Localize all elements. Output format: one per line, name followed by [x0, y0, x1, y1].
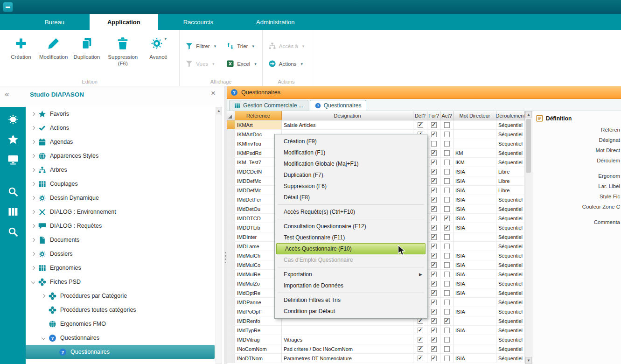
- checkbox-act[interactable]: [444, 178, 450, 184]
- chevron-right-icon[interactable]: [40, 294, 47, 297]
- chevron-right-icon[interactable]: [29, 112, 37, 115]
- checkbox-for[interactable]: ✓: [431, 328, 437, 333]
- column-header-reference[interactable]: Référence: [235, 111, 282, 120]
- checkbox-for[interactable]: ✓: [431, 206, 437, 212]
- ribbon-tab-administration[interactable]: Administration: [238, 14, 312, 30]
- table-row[interactable]: INoComNomPsd critere / Doc INoComNom✓✓Sé…: [227, 344, 525, 354]
- star-icon[interactable]: [7, 133, 19, 146]
- checkbox-for[interactable]: ✓: [431, 216, 437, 221]
- monitor-icon[interactable]: [7, 154, 19, 166]
- checkbox-def[interactable]: ✓: [418, 356, 423, 361]
- checkbox-act[interactable]: [444, 262, 450, 268]
- checkbox-for[interactable]: ✓: [431, 309, 437, 315]
- tree-item-dialog-requetes[interactable]: DIALOG : Requêtes: [26, 219, 215, 233]
- column-header-designation[interactable]: Désignation: [282, 111, 413, 120]
- checkbox-act[interactable]: [444, 122, 450, 128]
- checkbox-def[interactable]: ✓: [418, 346, 423, 352]
- collapse-icon[interactable]: «: [5, 90, 9, 99]
- column-header-mot-directeur[interactable]: Mot Directeur: [454, 111, 496, 120]
- checkbox-act[interactable]: ✓: [444, 318, 450, 324]
- menu-item-exportation[interactable]: Exportation▶: [275, 269, 426, 280]
- checkbox-for[interactable]: ✓: [431, 150, 437, 156]
- menu-item-modification-globale-maj-f1[interactable]: Modification Globale (Maj+F1): [275, 158, 426, 169]
- column-header-deroulement[interactable]: Déroulement: [496, 111, 525, 120]
- filtrer-button[interactable]: Filtrer▾: [185, 40, 216, 52]
- acces-a-button[interactable]: Accès à▾: [268, 40, 304, 52]
- checkbox-def[interactable]: ✓: [418, 122, 423, 128]
- checkbox-for[interactable]: ✓: [431, 244, 437, 249]
- modification-button[interactable]: Modification: [36, 34, 70, 62]
- chevron-right-icon[interactable]: [29, 224, 37, 227]
- checkbox-for[interactable]: ✓: [431, 253, 437, 259]
- table-row[interactable]: INoDTNomParametres DT Nomenclature✓✓ISIA…: [227, 354, 525, 363]
- checkbox-for[interactable]: ✓: [431, 169, 437, 175]
- chevron-down-icon[interactable]: [29, 280, 37, 283]
- checkbox-for[interactable]: ✓: [431, 300, 437, 305]
- checkbox-for[interactable]: ✓: [431, 272, 437, 277]
- checkbox-def[interactable]: ✓: [418, 328, 423, 333]
- checkbox-def[interactable]: ✓: [418, 337, 423, 343]
- vues-button[interactable]: Vues▾: [185, 58, 216, 70]
- ribbon-tab-application[interactable]: Application: [90, 14, 158, 30]
- checkbox-for[interactable]: ✓: [431, 178, 437, 184]
- menu-item-duplication-f7[interactable]: Duplication (F7): [275, 169, 426, 181]
- checkbox-act[interactable]: [444, 272, 450, 277]
- suppression-f6-button[interactable]: Suppression (F6): [103, 34, 143, 69]
- menu-item-test-questionnaire-f11[interactable]: Test Questionnaire (F11): [275, 232, 426, 243]
- checkbox-act[interactable]: [444, 309, 450, 315]
- checkbox-for[interactable]: ✓: [431, 188, 437, 193]
- menu-item-acces-requete-s-ctrl-f10[interactable]: Accès Requête(s) (Ctrl+F10): [275, 206, 426, 217]
- table-row[interactable]: IKMArtSaisie Articles✓✓Séquentiel: [227, 120, 525, 130]
- chevron-right-icon[interactable]: [29, 252, 37, 255]
- tree-item-ergonomies[interactable]: Ergonomies: [26, 261, 215, 275]
- menu-item-cas-d-emploi-questionnaire[interactable]: Cas d'Emploi Questionnaire: [275, 254, 426, 266]
- checkbox-act[interactable]: ✓: [444, 225, 450, 231]
- tree-item-dossiers[interactable]: Dossiers: [26, 247, 215, 261]
- checkbox-act[interactable]: [444, 356, 450, 361]
- menu-item-creation-f9[interactable]: Création (F9): [275, 136, 426, 147]
- checkbox-for[interactable]: ✓: [431, 122, 437, 128]
- chevron-right-icon[interactable]: [29, 238, 37, 241]
- checkbox-for[interactable]: ✓: [431, 197, 437, 203]
- tree-item-apparences-styles[interactable]: Apparences Styles: [26, 149, 215, 163]
- chevron-right-icon[interactable]: [29, 168, 37, 171]
- actions-button[interactable]: Actions▾: [268, 58, 304, 70]
- tree-scroll-up-icon[interactable]: ▲: [216, 107, 222, 114]
- tree-item-dessin-dynamique[interactable]: Dessin Dynamique: [26, 191, 215, 205]
- duplication-button[interactable]: Duplication: [70, 34, 103, 62]
- chevron-right-icon[interactable]: [29, 266, 37, 269]
- checkbox-act[interactable]: [444, 328, 450, 333]
- creation-button[interactable]: Création: [6, 34, 36, 62]
- checkbox-act[interactable]: ✓: [444, 216, 450, 221]
- checkbox-for[interactable]: ✓: [431, 234, 437, 240]
- chevron-right-icon[interactable]: [29, 154, 37, 157]
- avance-button[interactable]: ▾Avancé: [143, 34, 174, 62]
- gear-icon[interactable]: [7, 113, 19, 126]
- table-scrollbar[interactable]: ▲ ▼: [525, 111, 532, 364]
- checkbox-act[interactable]: [444, 197, 450, 203]
- menu-item-modification-f1[interactable]: Modification (F1): [275, 147, 426, 158]
- tree-item-documents[interactable]: Documents: [26, 233, 215, 247]
- tree-item-procedures-toutes-categories[interactable]: Procédures toutes catégories: [26, 303, 215, 317]
- chevron-right-icon[interactable]: [29, 196, 37, 199]
- checkbox-for[interactable]: ✓: [431, 262, 437, 268]
- checkbox-for[interactable]: ✓: [431, 346, 437, 352]
- checkbox-for[interactable]: ✓: [431, 281, 437, 287]
- app-menu-button[interactable]: [3, 2, 13, 12]
- checkbox-for[interactable]: ✓: [431, 132, 437, 137]
- checkbox-act[interactable]: [444, 141, 450, 147]
- tree-item-agendas[interactable]: Agendas: [26, 135, 215, 149]
- checkbox-act[interactable]: [444, 281, 450, 287]
- trier-button[interactable]: Trier▾: [226, 40, 257, 52]
- columns-icon[interactable]: [7, 206, 19, 218]
- tree-item-dialog-environnement[interactable]: DIALOG : Environnement: [26, 205, 215, 219]
- menu-item-acces-questionnaire-f10[interactable]: Accès Questionnaire (F10): [276, 243, 426, 254]
- tree-item-questionnaires[interactable]: ?Questionnaires: [26, 331, 215, 345]
- chevron-right-icon[interactable]: [29, 126, 37, 129]
- menu-item-detail-f8[interactable]: Détail (F8): [275, 192, 426, 203]
- checkbox-act[interactable]: [444, 188, 450, 193]
- checkbox-for[interactable]: [431, 141, 437, 147]
- checkbox-for[interactable]: ✓: [431, 160, 437, 165]
- document-tab-gestion-commerciale[interactable]: Gestion Commerciale ...: [229, 100, 308, 111]
- checkbox-for[interactable]: ✓: [431, 356, 437, 361]
